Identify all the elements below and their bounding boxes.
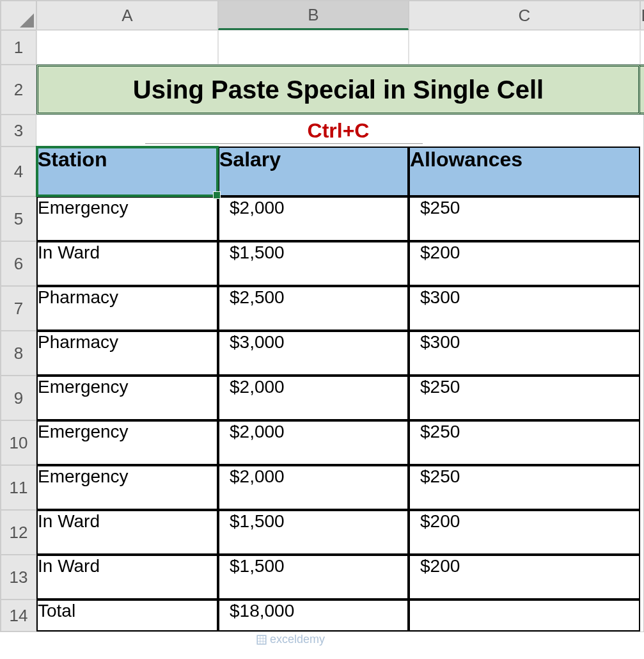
amount: 2,500 bbox=[240, 287, 285, 307]
currency-symbol: $ bbox=[230, 287, 240, 307]
cell-total-allow-empty[interactable] bbox=[409, 599, 640, 631]
cell-allow[interactable]: $250 bbox=[409, 420, 640, 465]
row-header-7[interactable]: 7 bbox=[1, 286, 36, 331]
row-header-4[interactable]: 4 bbox=[1, 147, 36, 196]
amount: 18,000 bbox=[240, 601, 295, 621]
cell-allow[interactable]: $200 bbox=[409, 510, 640, 555]
header-station[interactable]: Station bbox=[36, 147, 218, 196]
cell-C1[interactable] bbox=[409, 30, 640, 65]
amount: 2,000 bbox=[240, 422, 285, 441]
keyboard-shortcut-label: Ctrl+C bbox=[308, 119, 370, 143]
row-header-3[interactable]: 3 bbox=[1, 115, 36, 147]
row-header-11[interactable]: 11 bbox=[1, 465, 36, 510]
cell-salary[interactable]: $2,000 bbox=[218, 420, 409, 465]
cell-allow[interactable]: $250 bbox=[409, 196, 640, 241]
watermark: exceldemy bbox=[256, 633, 325, 646]
amount: 250 bbox=[430, 198, 460, 218]
currency-symbol: $ bbox=[230, 466, 240, 486]
cell-station[interactable]: In Ward bbox=[36, 510, 218, 555]
currency-symbol: $ bbox=[420, 377, 430, 397]
currency-symbol: $ bbox=[230, 332, 240, 352]
cell-station[interactable]: Emergency bbox=[36, 465, 218, 510]
amount: 250 bbox=[430, 422, 460, 441]
currency-symbol: $ bbox=[420, 287, 430, 307]
cell-salary[interactable]: $2,500 bbox=[218, 286, 409, 331]
amount: 300 bbox=[430, 287, 460, 307]
cell-salary[interactable]: $2,000 bbox=[218, 465, 409, 510]
cell-allow[interactable]: $200 bbox=[409, 555, 640, 599]
cell-allow[interactable]: $200 bbox=[409, 241, 640, 286]
row-header-13[interactable]: 13 bbox=[1, 555, 36, 599]
cell-station[interactable]: Emergency bbox=[36, 376, 218, 420]
row-header-1[interactable]: 1 bbox=[1, 30, 36, 65]
cell-A1[interactable] bbox=[36, 30, 218, 65]
watermark-text: exceldemy bbox=[270, 633, 325, 646]
cell-salary[interactable]: $3,000 bbox=[218, 331, 409, 376]
currency-symbol: $ bbox=[420, 198, 430, 218]
row-header-5[interactable]: 5 bbox=[1, 196, 36, 241]
cell-allow[interactable]: $300 bbox=[409, 331, 640, 376]
annotation-underline bbox=[145, 143, 423, 144]
currency-symbol: $ bbox=[230, 377, 240, 397]
amount: 300 bbox=[430, 332, 460, 352]
amount: 1,500 bbox=[240, 511, 285, 531]
cell-allow[interactable]: $250 bbox=[409, 376, 640, 420]
svg-rect-0 bbox=[257, 635, 266, 644]
amount: 1,500 bbox=[240, 242, 285, 262]
amount: 250 bbox=[430, 377, 460, 397]
cell-station[interactable]: In Ward bbox=[36, 555, 218, 599]
cell-salary[interactable]: $1,500 bbox=[218, 510, 409, 555]
cell-B1[interactable] bbox=[218, 30, 409, 65]
currency-symbol: $ bbox=[230, 556, 240, 576]
cell-allow[interactable]: $300 bbox=[409, 286, 640, 331]
header-salary[interactable]: Salary bbox=[218, 147, 409, 196]
currency-symbol: $ bbox=[420, 466, 430, 486]
row-header-14[interactable]: 14 bbox=[1, 599, 36, 631]
cell-station[interactable]: In Ward bbox=[36, 241, 218, 286]
cell-total-label[interactable]: Total bbox=[36, 599, 218, 631]
cell-total-salary[interactable]: $18,000 bbox=[218, 599, 409, 631]
cell-salary[interactable]: $1,500 bbox=[218, 555, 409, 599]
amount: 2,000 bbox=[240, 198, 285, 218]
amount: 2,000 bbox=[240, 466, 285, 486]
cell-salary[interactable]: $1,500 bbox=[218, 241, 409, 286]
row-header-12[interactable]: 12 bbox=[1, 510, 36, 555]
col-header-C[interactable]: C bbox=[409, 1, 640, 30]
col-header-B[interactable]: B bbox=[218, 1, 409, 30]
currency-symbol: $ bbox=[230, 511, 240, 531]
cell-salary[interactable]: $2,000 bbox=[218, 376, 409, 420]
currency-symbol: $ bbox=[230, 422, 240, 441]
row-header-10[interactable]: 10 bbox=[1, 420, 36, 465]
select-all-corner[interactable] bbox=[1, 1, 36, 30]
currency-symbol: $ bbox=[230, 601, 240, 621]
currency-symbol: $ bbox=[230, 242, 240, 262]
cell-D1[interactable] bbox=[640, 30, 644, 65]
cell-station[interactable]: Emergency bbox=[36, 420, 218, 465]
cell-station[interactable]: Pharmacy bbox=[36, 331, 218, 376]
row-header-9[interactable]: 9 bbox=[1, 376, 36, 420]
header-allowances[interactable]: Allowances bbox=[409, 147, 640, 196]
col-header-D[interactable]: D bbox=[640, 1, 644, 30]
currency-symbol: $ bbox=[420, 422, 430, 441]
spreadsheet-grid: A B C D 1 2 Using Paste Special in Singl… bbox=[0, 0, 644, 632]
cell-allow[interactable]: $250 bbox=[409, 465, 640, 510]
cell-station[interactable]: Pharmacy bbox=[36, 286, 218, 331]
row-header-2[interactable]: 2 bbox=[1, 65, 36, 115]
amount: 200 bbox=[430, 556, 460, 576]
cell-salary[interactable]: $2,000 bbox=[218, 196, 409, 241]
col-header-A[interactable]: A bbox=[36, 1, 218, 30]
currency-symbol: $ bbox=[230, 198, 240, 218]
spreadsheet-icon bbox=[256, 634, 267, 646]
currency-symbol: $ bbox=[420, 242, 430, 262]
amount: 200 bbox=[430, 242, 460, 262]
annotation-row: Ctrl+C bbox=[36, 115, 640, 147]
cell-station[interactable]: Emergency bbox=[36, 196, 218, 241]
title-banner[interactable]: Using Paste Special in Single Cell bbox=[36, 65, 640, 115]
row-header-8[interactable]: 8 bbox=[1, 331, 36, 376]
amount: 250 bbox=[430, 466, 460, 486]
currency-symbol: $ bbox=[420, 556, 430, 576]
row-header-6[interactable]: 6 bbox=[1, 241, 36, 286]
amount: 3,000 bbox=[240, 332, 285, 352]
currency-symbol: $ bbox=[420, 332, 430, 352]
amount: 2,000 bbox=[240, 377, 285, 397]
